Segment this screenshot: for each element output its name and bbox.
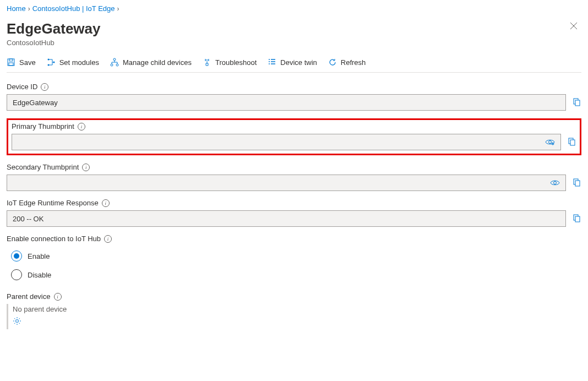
device-id-input: EdgeGateway: [7, 94, 566, 111]
modules-icon: [47, 58, 56, 67]
svg-rect-19: [575, 216, 580, 222]
device-twin-label: Device twin: [280, 58, 317, 67]
save-button[interactable]: Save: [7, 58, 36, 67]
runtime-response-value: 200 -- OK: [13, 215, 43, 223]
troubleshoot-icon: [203, 58, 211, 67]
secondary-thumbprint-input[interactable]: [7, 175, 566, 191]
page-subtitle: ContosoIotHub: [7, 39, 101, 47]
parent-device-field: Parent device i No parent device: [7, 292, 581, 329]
radio-icon: [11, 251, 22, 262]
chevron-right-icon: ›: [28, 5, 30, 13]
info-icon[interactable]: i: [82, 164, 90, 171]
refresh-icon: [328, 58, 337, 67]
gear-icon: [13, 317, 21, 325]
connection-field: Enable connection to IoT Hub i Enable Di…: [7, 235, 581, 280]
radio-enable[interactable]: Enable: [11, 251, 581, 262]
manage-children-button[interactable]: Manage child devices: [110, 58, 192, 67]
copy-primary-button[interactable]: [567, 137, 576, 147]
radio-disable[interactable]: Disable: [11, 269, 581, 280]
close-icon: [569, 21, 578, 30]
manage-children-label: Manage child devices: [123, 58, 192, 67]
svg-point-15: [554, 182, 557, 184]
breadcrumb-home[interactable]: Home: [7, 4, 26, 13]
device-id-label: Device ID: [7, 83, 37, 91]
parent-device-box: No parent device: [7, 304, 581, 329]
info-icon[interactable]: i: [54, 293, 62, 301]
device-twin-button[interactable]: Device twin: [268, 58, 317, 67]
primary-thumbprint-field: Primary Thumbprint i: [12, 122, 576, 150]
eye-icon: [550, 179, 560, 187]
info-icon[interactable]: i: [102, 199, 110, 207]
set-modules-label: Set modules: [59, 58, 99, 67]
radio-disable-label: Disable: [28, 271, 51, 279]
svg-point-8: [116, 64, 118, 66]
reveal-secondary-button[interactable]: [550, 178, 560, 188]
breadcrumb: Home › ContosoIotHub | IoT Edge ›: [7, 4, 581, 13]
secondary-thumbprint-label: Secondary Thumbprint: [7, 163, 79, 171]
primary-thumbprint-highlight: Primary Thumbprint i: [7, 118, 581, 155]
reveal-primary-button[interactable]: [545, 137, 555, 147]
refresh-button[interactable]: Refresh: [328, 58, 366, 67]
svg-point-7: [111, 64, 113, 66]
save-icon: [7, 58, 15, 67]
list-icon: [268, 58, 276, 67]
radio-enable-label: Enable: [28, 252, 50, 260]
copy-icon: [572, 98, 581, 107]
copy-icon: [572, 214, 581, 223]
runtime-response-field: IoT Edge Runtime Response i 200 -- OK: [7, 199, 581, 227]
primary-thumbprint-input[interactable]: [12, 134, 561, 150]
connection-radio-group: Enable Disable: [11, 251, 581, 280]
eye-icon: [545, 138, 555, 146]
breadcrumb-hub[interactable]: ContosoIotHub | IoT Edge: [32, 4, 115, 13]
troubleshoot-button[interactable]: Troubleshoot: [203, 58, 257, 67]
svg-rect-14: [570, 140, 575, 145]
chevron-right-icon: ›: [117, 5, 119, 13]
svg-point-11: [549, 141, 552, 144]
refresh-label: Refresh: [341, 58, 366, 67]
command-bar: Save Set modules Manage child devices Tr…: [7, 55, 581, 73]
hierarchy-icon: [110, 58, 119, 67]
svg-point-20: [16, 320, 19, 323]
troubleshoot-label: Troubleshoot: [215, 58, 257, 67]
svg-rect-17: [575, 181, 580, 186]
info-icon[interactable]: i: [78, 123, 85, 130]
runtime-response-label: IoT Edge Runtime Response: [7, 199, 99, 207]
primary-thumbprint-label: Primary Thumbprint: [12, 122, 74, 130]
connection-label: Enable connection to IoT Hub: [7, 235, 101, 243]
device-id-value: EdgeGateway: [13, 99, 58, 107]
parent-none-text: No parent device: [13, 305, 581, 313]
svg-rect-1: [9, 59, 13, 61]
copy-icon: [567, 138, 576, 146]
copy-device-id-button[interactable]: [571, 97, 581, 107]
radio-icon: [11, 269, 22, 280]
device-id-field: Device ID i EdgeGateway: [7, 83, 581, 111]
close-button[interactable]: [566, 18, 581, 36]
copy-secondary-button[interactable]: [571, 178, 581, 188]
info-icon[interactable]: i: [104, 235, 112, 243]
save-label: Save: [19, 58, 36, 67]
copy-runtime-button[interactable]: [571, 214, 581, 224]
parent-device-label: Parent device: [7, 292, 51, 301]
set-modules-button[interactable]: Set modules: [47, 58, 99, 67]
info-icon[interactable]: i: [41, 83, 48, 91]
svg-point-6: [113, 58, 116, 61]
runtime-response-input: 200 -- OK: [7, 210, 566, 227]
page-title: EdgeGateway: [7, 20, 101, 37]
copy-icon: [572, 178, 581, 187]
secondary-thumbprint-field: Secondary Thumbprint i: [7, 163, 581, 191]
svg-rect-2: [9, 63, 13, 66]
configure-parent-button[interactable]: [13, 317, 21, 325]
svg-rect-10: [575, 100, 580, 106]
